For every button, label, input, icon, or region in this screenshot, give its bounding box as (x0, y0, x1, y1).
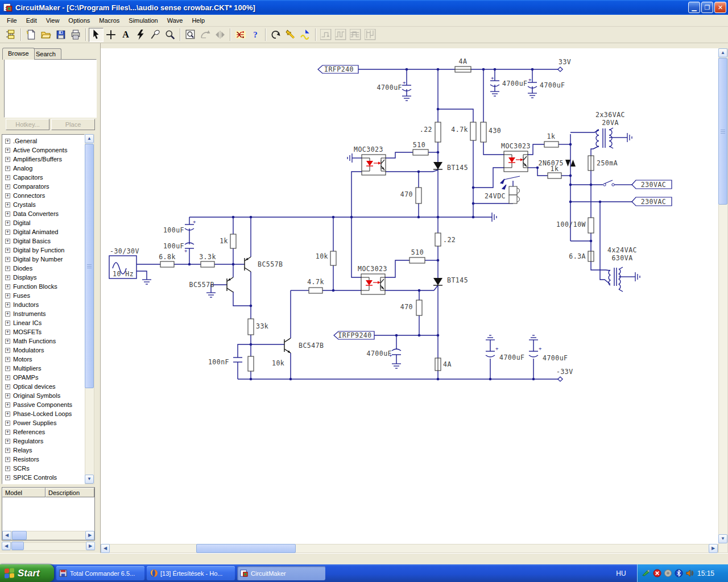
category-item[interactable]: + Power Supplies (4, 418, 84, 427)
power-bolt-icon[interactable] (133, 28, 148, 42)
resistor[interactable] (230, 234, 236, 248)
model-scrollbar-thumb[interactable] (12, 531, 27, 540)
sim-mode-icon[interactable] (233, 28, 248, 42)
digital-grid-icon-2[interactable] (333, 28, 348, 42)
digital-grid-icon-3[interactable] (348, 28, 363, 42)
save-icon[interactable] (53, 28, 68, 42)
model-scroll-left-icon[interactable]: ◀ (2, 531, 11, 540)
category-item[interactable]: + Multipliers (4, 364, 84, 373)
triac-bt145-1[interactable] (433, 162, 442, 169)
menu-item[interactable]: Macros (94, 15, 124, 26)
tab-search[interactable]: Search (30, 48, 61, 59)
hotkey-button[interactable]: Hotkey... (6, 119, 49, 130)
category-item[interactable]: + Digital by Number (4, 255, 84, 264)
digital-grid-icon-4[interactable] (363, 28, 378, 42)
expand-plus-icon[interactable]: + (5, 266, 10, 271)
category-item[interactable]: + Amplifiers/Buffers (4, 155, 84, 164)
expand-plus-icon[interactable]: + (5, 466, 10, 471)
category-item[interactable]: + Analog (4, 164, 84, 173)
triac-bt145-2[interactable] (433, 278, 442, 285)
expand-plus-icon[interactable]: + (5, 302, 10, 307)
menu-item[interactable]: Options (64, 15, 94, 26)
expand-plus-icon[interactable]: + (5, 230, 10, 235)
volume-icon[interactable] (685, 569, 694, 577)
expand-plus-icon[interactable]: + (5, 457, 10, 462)
print-icon[interactable] (68, 28, 83, 42)
resistor[interactable] (201, 261, 214, 267)
expand-plus-icon[interactable]: + (5, 384, 10, 389)
tree-scroll-down-icon[interactable]: ▼ (85, 475, 94, 484)
select-arrow-icon[interactable] (89, 28, 104, 42)
category-item[interactable]: + .General (4, 136, 84, 146)
expand-plus-icon[interactable]: + (5, 448, 10, 453)
maximize-button[interactable]: ❐ (701, 2, 713, 13)
expand-plus-icon[interactable]: + (5, 148, 10, 153)
panel-scrollbar-thumb[interactable] (11, 542, 24, 550)
canvas-scroll-up-icon[interactable]: ▲ (718, 48, 727, 57)
expand-plus-icon[interactable]: + (5, 211, 10, 217)
menu-item[interactable]: File (2, 15, 22, 26)
category-item[interactable]: + Linear ICs (4, 318, 84, 327)
category-item[interactable]: + Function Blocks (4, 282, 84, 291)
expand-plus-icon[interactable]: + (5, 139, 10, 144)
relay-coil-24vdc[interactable] (509, 186, 520, 203)
category-item[interactable]: + Regulators (4, 436, 84, 446)
security-alert-icon[interactable] (653, 569, 661, 577)
expand-plus-icon[interactable]: + (5, 430, 10, 435)
category-item[interactable]: + Data Converters (4, 209, 84, 218)
category-item[interactable]: + Math Functions (4, 336, 84, 346)
category-item[interactable]: + Displays (4, 273, 84, 282)
category-item[interactable]: + References (4, 427, 84, 436)
expand-plus-icon[interactable]: + (5, 257, 10, 262)
setup-wrench-icon[interactable] (283, 28, 298, 42)
category-item[interactable]: + Digital (4, 218, 84, 227)
resistor[interactable] (481, 122, 486, 142)
wire-cross-icon[interactable] (104, 28, 118, 42)
expand-plus-icon[interactable]: + (5, 193, 10, 198)
resistor[interactable] (248, 319, 254, 335)
canvas-hscrollbar[interactable]: ◀ ▶ (101, 544, 718, 553)
resistor[interactable] (416, 188, 421, 203)
open-folder-icon[interactable] (39, 28, 53, 42)
canvas-vscrollbar-thumb[interactable] (718, 58, 727, 205)
category-item[interactable]: + Crystals (4, 200, 84, 209)
probe-pen-icon[interactable] (148, 28, 163, 42)
switch-230vac[interactable] (603, 180, 614, 186)
terminal-33v[interactable] (558, 67, 562, 72)
optocoupler-moc3023-1[interactable] (362, 155, 386, 175)
category-item[interactable]: + Original Symbols (4, 391, 84, 400)
optocoupler-moc3023-3[interactable] (504, 151, 528, 172)
resistor[interactable] (413, 149, 428, 155)
category-item[interactable]: + Phase-Locked Loops (4, 409, 84, 418)
resistor[interactable] (416, 300, 422, 315)
expand-plus-icon[interactable]: + (5, 311, 10, 317)
category-item[interactable]: + Digital Basics (4, 236, 84, 246)
task-firefox[interactable]: [13] Értesítések - Ho... (147, 566, 235, 580)
component-listbox[interactable] (4, 59, 97, 118)
expand-plus-icon[interactable]: + (5, 402, 10, 408)
transistor-bc557b-1[interactable] (245, 257, 251, 272)
panel-scroll-right-icon[interactable]: ▶ (86, 542, 95, 550)
expand-plus-icon[interactable]: + (5, 157, 10, 162)
menu-item[interactable]: Simulation (124, 15, 162, 26)
digital-grid-icon-1[interactable] (318, 28, 333, 42)
category-item[interactable]: + Connectors (4, 191, 84, 200)
model-scroll-right-icon[interactable]: ▶ (85, 531, 94, 540)
expand-plus-icon[interactable]: + (5, 166, 10, 171)
zoom-icon[interactable] (163, 28, 177, 42)
canvas-scroll-left-icon[interactable]: ◀ (101, 544, 110, 553)
resistor[interactable] (470, 122, 476, 140)
task-circuitmaker[interactable]: CircuitMaker (237, 566, 325, 580)
resistor[interactable] (544, 142, 559, 147)
tab-browse[interactable]: Browse (2, 48, 35, 60)
volume-muted-icon[interactable] (664, 569, 672, 577)
transistor-bc557b-2[interactable] (227, 277, 233, 292)
category-item[interactable]: + Digital Animated (4, 227, 84, 236)
bluetooth-icon[interactable] (675, 569, 683, 577)
category-item[interactable]: + SCRs (4, 464, 84, 473)
expand-plus-icon[interactable]: + (5, 293, 10, 298)
expand-plus-icon[interactable]: + (5, 202, 10, 207)
run-analysis-icon[interactable] (298, 28, 313, 42)
resistor[interactable] (435, 122, 441, 142)
menu-item[interactable]: Wave (163, 15, 188, 26)
